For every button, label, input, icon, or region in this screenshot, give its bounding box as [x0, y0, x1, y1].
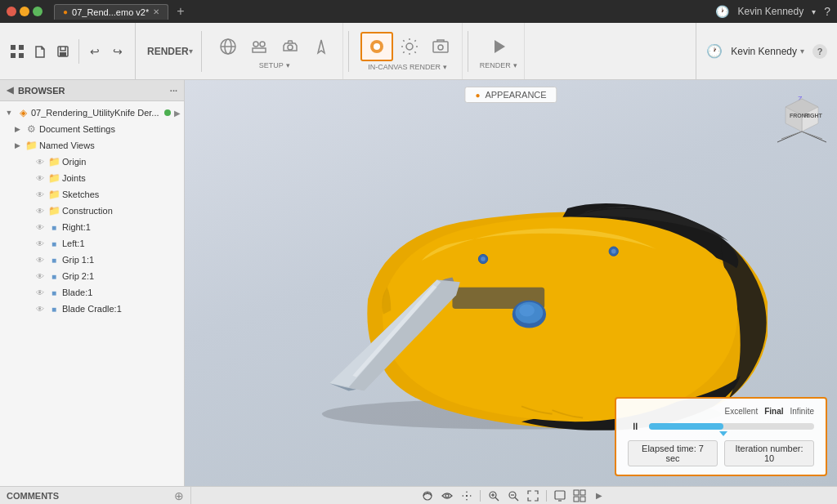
tree-sketches[interactable]: ▶ 👁 📁 Sketches: [0, 186, 184, 203]
in-canvas-settings-button[interactable]: [395, 33, 424, 60]
appearance-bar: ● APPEARANCE: [464, 87, 557, 103]
pan-tool[interactable]: [459, 488, 475, 504]
in-canvas-render-button[interactable]: [360, 32, 393, 61]
quality-excellent[interactable]: Excellent: [725, 407, 759, 416]
render-label[interactable]: RENDER ▾: [480, 61, 517, 69]
tree-origin[interactable]: ▶ 👁 📁 Origin: [0, 154, 184, 170]
look-at-tool[interactable]: [439, 488, 455, 504]
help-icon[interactable]: ?: [824, 5, 830, 18]
user-info-button[interactable]: Kevin Kennedy ▾: [731, 46, 804, 57]
new-tab-button[interactable]: +: [177, 4, 184, 19]
sidebar: ◀ BROWSER ··· ▼ ◈ 07_Rendering_UtilityKn…: [0, 80, 185, 486]
tree-visibility-blade[interactable]: 👁: [36, 288, 44, 297]
progress-stats: Elapsed time: 7 sec Iteration number: 10: [628, 440, 814, 466]
tab-close-icon[interactable]: ✕: [153, 7, 159, 16]
tree-grip2[interactable]: ▶ 👁 ■ Grip 2:1: [0, 268, 184, 284]
tree-menu-root[interactable]: ▶: [174, 109, 181, 118]
tree-blade[interactable]: ▶ 👁 ■ Blade:1: [0, 284, 184, 301]
tree-icon-root: ◈: [16, 106, 29, 119]
tree-left1[interactable]: ▶ 👁 ■ Left:1: [0, 235, 184, 252]
svg-rect-9: [253, 48, 266, 52]
save-button[interactable]: [52, 41, 74, 62]
svg-rect-2: [11, 53, 16, 58]
zoom-out-tool[interactable]: [505, 488, 521, 504]
tree-icon-grip2: ■: [47, 270, 60, 283]
tree-icon-left1: ■: [47, 237, 60, 250]
svg-point-15: [374, 43, 380, 50]
svg-rect-49: [555, 491, 565, 499]
tree-document-settings[interactable]: ▶ ⚙ Document Settings: [0, 121, 184, 137]
tree-icon-construction: 📁: [47, 204, 60, 217]
view-cube[interactable]: Z FRONT RIGHT: [773, 87, 830, 144]
quality-infinite[interactable]: Infinite: [790, 407, 814, 416]
svg-rect-53: [574, 497, 579, 502]
tree-visibility-origin[interactable]: 👁: [36, 158, 44, 167]
svg-line-29: [802, 132, 822, 139]
file-button[interactable]: [29, 41, 51, 62]
extra-tools-button[interactable]: ▶: [591, 488, 607, 504]
tree-visibility-grip2[interactable]: 👁: [36, 272, 44, 281]
tree-label-right1: Right:1: [62, 222, 181, 232]
setup-label[interactable]: SETUP ▾: [259, 61, 290, 69]
svg-text:RIGHT: RIGHT: [804, 113, 823, 118]
tree-visibility-grip1[interactable]: 👁: [36, 256, 44, 265]
tree-grip1[interactable]: ▶ 👁 ■ Grip 1:1: [0, 252, 184, 268]
setup-scene-button[interactable]: [244, 33, 274, 60]
tree-right1[interactable]: ▶ 👁 ■ Right:1: [0, 219, 184, 235]
grid-menu-button[interactable]: [7, 41, 28, 62]
user-dropdown-icon[interactable]: ▾: [812, 7, 816, 16]
quality-final[interactable]: Final: [764, 407, 783, 416]
bottom-toolbar: COMMENTS ⊕: [0, 486, 837, 504]
tree-visibility-construction[interactable]: 👁: [36, 207, 44, 216]
tree-blade-cradle[interactable]: ▶ 👁 ■ Blade Cradle:1: [0, 301, 184, 317]
tree-icon-origin: 📁: [47, 155, 60, 168]
zoom-in-tool[interactable]: [486, 488, 502, 504]
viewport[interactable]: ● APPEARANCE Z FRONT RIGHT: [185, 80, 837, 486]
user-name-toolbar: Kevin Kennedy: [731, 46, 797, 57]
active-tab[interactable]: ● 07_Rend...emo v2* ✕: [54, 4, 168, 20]
in-canvas-capture-button[interactable]: [426, 33, 455, 60]
in-canvas-render-group: IN-CANVAS RENDER ▾: [354, 23, 463, 79]
help-button-toolbar[interactable]: ?: [812, 44, 827, 59]
undo-button[interactable]: ↩: [84, 41, 105, 62]
tree-joints[interactable]: ▶ 👁 📁 Joints: [0, 170, 184, 186]
render-output-button[interactable]: [484, 33, 513, 60]
setup-camera-button[interactable]: [275, 33, 305, 60]
svg-point-36: [481, 256, 486, 261]
tree-visibility-left1[interactable]: 👁: [36, 239, 44, 248]
tree-label-grip1: Grip 1:1: [62, 255, 181, 265]
tree-icon-joints: 📁: [47, 172, 60, 185]
user-name[interactable]: Kevin Kennedy: [737, 6, 803, 17]
tree-label-joints: Joints: [62, 173, 181, 183]
render-mode-button[interactable]: RENDER ▾: [147, 46, 193, 57]
redo-button[interactable]: ↪: [107, 41, 128, 62]
setup-light-button[interactable]: [307, 33, 336, 60]
tree-label-grip2: Grip 2:1: [62, 271, 181, 281]
tree-root-item[interactable]: ▼ ◈ 07_Rendering_UtilityKnife Der... ▶: [0, 105, 184, 121]
svg-line-43: [495, 497, 499, 501]
svg-rect-54: [580, 497, 585, 502]
svg-point-10: [253, 42, 258, 47]
in-canvas-render-label[interactable]: IN-CANVAS RENDER ▾: [368, 63, 447, 71]
tree-visibility-joints[interactable]: 👁: [36, 174, 44, 183]
tree-label-construction: Construction: [62, 206, 181, 216]
setup-appearance-button[interactable]: [213, 33, 243, 60]
tree-visibility-bladecradle[interactable]: 👁: [36, 305, 44, 314]
knife-model: [226, 145, 772, 437]
sidebar-collapse-button[interactable]: ◀: [7, 85, 13, 96]
grid-display-tool[interactable]: [571, 488, 588, 504]
pause-button[interactable]: ⏸: [628, 419, 642, 434]
zoom-fit-tool[interactable]: [525, 488, 541, 504]
progress-fill: [649, 423, 723, 430]
tree-construction[interactable]: ▶ 👁 📁 Construction: [0, 203, 184, 219]
tree-icon-docsettings: ⚙: [25, 123, 38, 136]
tree-visibility-right1[interactable]: 👁: [36, 223, 44, 232]
tree-label-sketches: Sketches: [62, 190, 181, 199]
add-comment-button[interactable]: ⊕: [174, 489, 184, 502]
tree-visibility-sketches[interactable]: 👁: [36, 190, 44, 199]
browser-options-button[interactable]: ···: [170, 86, 177, 96]
orbit-tool[interactable]: [419, 488, 436, 504]
svg-marker-13: [318, 40, 325, 53]
tree-named-views[interactable]: ▶ 📁 Named Views: [0, 137, 184, 154]
display-settings-tool[interactable]: [552, 488, 568, 504]
